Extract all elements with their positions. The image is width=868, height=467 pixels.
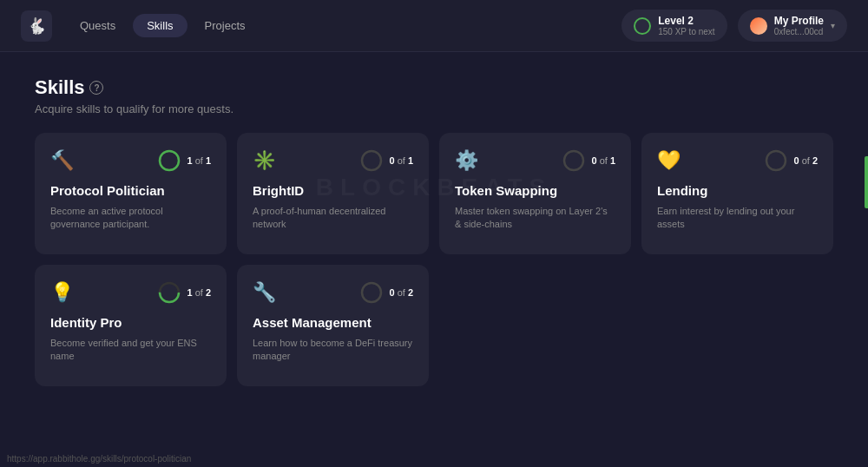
svg-point-3 [564,151,583,170]
progress-indicator-1: 0 of 1 [359,148,413,173]
skill-desc-4: Become verified and get your ENS name [50,337,211,364]
svg-point-7 [362,283,381,302]
page-title: Skills ? [35,76,833,99]
level-info: Level 2 150 XP to next [658,15,714,36]
info-icon[interactable]: ? [89,81,103,95]
skill-name-4: Identity Pro [50,315,211,330]
level-badge: Level 2 150 XP to next [621,10,727,42]
progress-circle-svg-4 [157,280,181,305]
skill-icon-brightid: ✳️ [253,151,276,170]
skill-card-lending[interactable]: 💛 0 of 2 Lending Earn interest by lendin… [641,133,833,254]
profile-badge[interactable]: My Profile 0xfect...00cd ▾ [738,10,847,42]
svg-point-1 [160,151,179,170]
progress-indicator: 1 of 1 [157,148,211,173]
progress-circle-svg [157,148,181,173]
skill-name-5: Asset Management [253,315,413,330]
progress-text-3: 0 of 2 [793,155,818,166]
skill-name-1: BrightID [253,183,413,198]
progress-circle-svg-1 [359,148,384,173]
logo-emoji: 🐇 [27,16,46,36]
tab-quests[interactable]: Quests [66,14,129,37]
skill-name-0: Protocol Politician [50,183,211,198]
progress-text-1: 0 of 1 [389,155,413,166]
card-top-2: ⚙️ 0 of 1 [455,148,615,173]
skill-icon-protocol-politician: 🔨 [50,151,74,170]
navbar: 🐇 Quests Skills Projects Level 2 150 XP … [0,0,868,52]
skill-card-brightid[interactable]: ✳️ 0 of 1 BrightID A proof-of-human dece… [237,133,429,254]
skill-icon-identity-pro: 💡 [50,283,74,302]
skill-card-identity-pro[interactable]: 💡 1 of 2 Identity Pro Become verified an… [35,265,227,386]
progress-text-2: 0 of 1 [591,155,615,166]
skill-card-token-swapping[interactable]: ⚙️ 0 of 1 Token Swapping Master token sw… [439,133,631,254]
progress-text-5: 0 of 2 [389,287,413,298]
progress-circle-svg-2 [562,148,586,173]
profile-address: 0xfect...00cd [774,27,824,36]
skill-card-protocol-politician[interactable]: 🔨 1 of 1 Protocol Politician Become an a… [35,133,227,254]
level-label: Level 2 [658,15,714,27]
tab-skills[interactable]: Skills [133,14,187,37]
nav-tabs: Quests Skills Projects [66,14,260,37]
profile-label: My Profile [774,15,824,27]
logo: 🐇 [21,10,52,42]
card-top: 🔨 1 of 1 [50,148,211,173]
skill-icon-lending: 💛 [657,151,681,170]
card-top-3: 💛 0 of 2 [657,148,818,173]
profile-info: My Profile 0xfect...00cd [774,15,824,36]
progress-indicator-5: 0 of 2 [359,280,413,305]
statusbar: https://app.rabbithole.gg/skills/protoco… [0,450,868,467]
skill-icon-asset-management: 🔧 [253,283,276,302]
progress-indicator-3: 0 of 2 [764,148,818,173]
svg-point-2 [362,151,381,170]
progress-circle-svg-5 [359,280,384,305]
card-top-5: 🔧 0 of 2 [253,280,413,305]
page-subtitle: Acquire skills to qualify for more quest… [35,102,833,115]
level-xp: 150 XP to next [658,27,714,36]
right-accent [865,156,868,208]
progress-indicator-4: 1 of 2 [157,280,211,305]
card-top-1: ✳️ 0 of 1 [253,148,413,173]
card-top-4: 💡 1 of 2 [50,280,211,305]
skill-desc-2: Master token swapping on Layer 2's & sid… [455,205,615,232]
progress-circle-svg-3 [764,148,788,173]
skill-card-asset-management[interactable]: 🔧 0 of 2 Asset Management Learn how to b… [237,265,429,386]
tab-projects[interactable]: Projects [191,14,260,37]
nav-right: Level 2 150 XP to next My Profile 0xfect… [621,10,847,42]
chevron-down-icon: ▾ [831,21,835,30]
skill-name-2: Token Swapping [455,183,615,198]
progress-indicator-2: 0 of 1 [562,148,615,173]
skill-icon-token-swapping: ⚙️ [455,151,478,170]
page-title-text: Skills [35,76,84,99]
profile-avatar [750,17,767,35]
skills-grid: 🔨 1 of 1 Protocol Politician Become an a… [35,133,833,386]
nav-left: 🐇 Quests Skills Projects [21,10,260,42]
statusbar-url: https://app.rabbithole.gg/skills/protoco… [7,454,191,464]
progress-text-4: 1 of 2 [187,287,211,298]
svg-point-4 [766,151,786,170]
skill-desc-1: A proof-of-human decentralized network [253,205,413,232]
skill-name-3: Lending [657,183,818,198]
skill-desc-5: Learn how to become a DeFi treasury mana… [253,337,413,364]
main-content: Skills ? Acquire skills to qualify for m… [0,52,868,411]
skill-desc-0: Become an active protocol governance par… [50,205,211,232]
progress-text-0: 1 of 1 [187,155,211,166]
skill-desc-3: Earn interest by lending out your assets [657,205,818,232]
level-circle-icon [634,17,651,35]
